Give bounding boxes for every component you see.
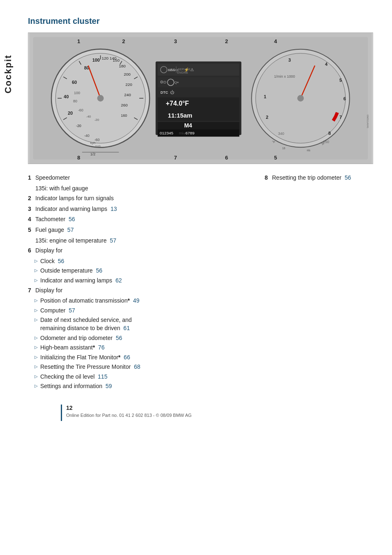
list-item-7: 7 Display for: [28, 287, 256, 295]
triangle-icon-7-9: ▷: [35, 383, 38, 389]
svg-text:150: 150: [113, 58, 120, 62]
svg-text:1/min x 1000: 1/min x 1000: [274, 74, 295, 79]
triangle-icon-6-1: ▷: [35, 258, 38, 264]
item-text-7: Display for: [35, 287, 62, 295]
triangle-icon-7-2: ▷: [35, 308, 38, 313]
triangle-icon-7-1: ▷: [35, 298, 38, 303]
sub-text-7-8: Checking the oil level 115: [40, 373, 107, 381]
svg-text:180: 180: [119, 64, 126, 68]
triangle-icon-7-6: ▷: [35, 354, 38, 360]
svg-text:-40: -40: [84, 134, 90, 138]
svg-rect-62: [158, 122, 240, 130]
svg-rect-55: [158, 88, 240, 97]
sub-item-7-6: ▷ Initializing the Flat Tire Monitor* 66: [35, 354, 256, 362]
sub-item-7-4: ▷ Odometer and trip odometer 56: [35, 334, 256, 342]
svg-text:M4: M4: [184, 122, 192, 129]
item-number-2: 2: [28, 194, 35, 203]
triangle-icon-6-3: ▷: [35, 278, 38, 283]
svg-text:GM311A041: GM311A041: [367, 115, 369, 129]
sub-item-7-8: ▷ Checking the oil level 115: [35, 373, 256, 381]
item-number-6: 6: [28, 247, 35, 255]
svg-point-85: [297, 95, 304, 102]
svg-text:4: 4: [274, 38, 277, 44]
footer-content: 12 Online Edition for Part no. 01 41 2 6…: [66, 405, 191, 418]
item-text-8: Resetting the trip odometer 56: [272, 174, 351, 182]
svg-text:6789: 6789: [185, 131, 195, 135]
svg-rect-48: [176, 66, 176, 73]
item-text-5: Fuel gauge 57: [35, 226, 74, 234]
svg-text:°F: °F: [321, 142, 324, 146]
triangle-icon-6-2: ▷: [35, 268, 38, 273]
sub-item-7-3: ▷ Date of next scheduled service, andrem…: [35, 316, 256, 332]
svg-text:1/2: 1/2: [90, 152, 95, 156]
svg-text:Q≡: Q≡: [174, 81, 179, 84]
sub-text-7-7: Resetting the Tire Pressure Monitor 68: [40, 363, 141, 371]
sub-list-7: ▷ Position of automatic transmission* 49…: [35, 297, 256, 391]
item-number-7: 7: [28, 287, 35, 295]
svg-text:16: 16: [282, 147, 286, 150]
item-number-8: 8: [265, 174, 272, 182]
svg-text:7: 7: [339, 115, 342, 120]
sidebar-label: Cockpit: [0, 33, 16, 115]
sub-text-7-1: Position of automatic transmission* 49: [40, 297, 139, 305]
item-text-4: Tachometer 56: [35, 215, 75, 224]
svg-text:-40: -40: [86, 115, 91, 118]
footer: 12 Online Edition for Part no. 01 41 2 6…: [28, 405, 380, 421]
right-column: 8 Resetting the trip odometer 56: [265, 174, 380, 392]
item-number-3: 3: [28, 205, 35, 213]
svg-text:100: 100: [92, 58, 100, 62]
svg-text:DTC: DTC: [161, 90, 168, 95]
svg-text:2: 2: [122, 38, 125, 44]
svg-point-38: [97, 95, 104, 102]
svg-text:4: 4: [325, 62, 328, 67]
sub-text-7-2: Computer 57: [40, 307, 75, 315]
sub-text-7-5: High-beam assistant* 76: [40, 344, 104, 352]
item-number-1: 1: [28, 174, 35, 182]
instrument-cluster-image: 60 40 20 -20 -40 -60 80 100 120 140 150 …: [28, 32, 373, 164]
item-text-2: Indicator lamps for turn signals: [35, 194, 114, 203]
item-sub-5: 135i: engine oil temperature 57: [35, 237, 256, 245]
sub-item-7-5: ▷ High-beam assistant* 76: [35, 344, 256, 352]
svg-text:°F: °F: [272, 140, 275, 144]
svg-text:220: 220: [125, 82, 132, 87]
svg-text:2: 2: [266, 115, 268, 120]
sub-text-7-4: Odometer and trip odometer 56: [40, 334, 122, 342]
item-text-6: Display for: [35, 247, 62, 255]
sub-text-7-3: Date of next scheduled service, andremai…: [40, 316, 132, 332]
sub-text-7-6: Initializing the Flat Tire Monitor* 66: [40, 354, 130, 362]
svg-text:8: 8: [77, 155, 80, 161]
svg-text:⚙D: ⚙D: [160, 80, 166, 84]
svg-text:6: 6: [225, 155, 228, 161]
svg-text:6: 6: [344, 96, 346, 101]
sub-item-7-1: ▷ Position of automatic transmission* 49: [35, 297, 256, 305]
list-item-3: 3 Indicator and warning lamps 13: [28, 205, 256, 213]
list-item-6: 6 Display for: [28, 247, 256, 255]
content-list: 1 Speedometer 135i: with fuel gauge 2 In…: [28, 174, 380, 392]
main-content: Instrument cluster 60: [20, 0, 392, 437]
svg-text:mi: mi: [179, 131, 183, 135]
list-item-1: 1 Speedometer: [28, 174, 256, 182]
svg-text:⏻: ⏻: [170, 90, 174, 95]
triangle-icon-7-5: ▷: [35, 345, 38, 350]
item-number-4: 4: [28, 215, 35, 224]
footer-note: Online Edition for Part no. 01 41 2 602 …: [66, 413, 191, 418]
list-item-4: 4 Tachometer 56: [28, 215, 256, 224]
svg-text:2: 2: [225, 38, 228, 44]
svg-text:-60: -60: [78, 108, 83, 112]
list-item-2: 2 Indicator lamps for turn signals: [28, 194, 256, 203]
item-number-5: 5: [28, 226, 35, 234]
svg-text:1: 1: [264, 94, 266, 99]
svg-text:340: 340: [278, 132, 284, 136]
sub-text-6-2: Outside temperature 56: [40, 267, 102, 275]
svg-text:mph: mph: [95, 145, 101, 148]
svg-text:40: 40: [64, 94, 69, 99]
svg-text:3: 3: [174, 38, 177, 44]
item-sub-1: 135i: with fuel gauge: [35, 185, 256, 193]
triangle-icon-7-3: ▷: [35, 317, 38, 323]
svg-text:100: 100: [74, 91, 80, 95]
triangle-icon-7-4: ▷: [35, 335, 38, 341]
svg-text:⚠: ⚠: [190, 67, 194, 72]
svg-text:-20: -20: [76, 124, 81, 128]
section-title: Instrument cluster: [28, 16, 380, 26]
svg-text:kph: kph: [90, 141, 96, 145]
